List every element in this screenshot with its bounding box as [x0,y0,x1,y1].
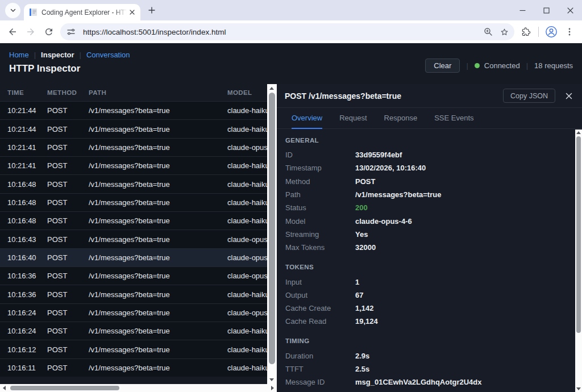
tab-close-icon[interactable] [127,7,137,18]
cell-model: claude-haiku-4-5 [227,290,267,299]
table-horizontal-scrollbar[interactable] [0,384,277,392]
profile-button[interactable] [542,23,560,41]
cell-path: /v1/messages?beta=true [89,125,227,134]
profile-avatar-icon [545,26,558,38]
url-text[interactable]: https://localhost:5001/inspector/index.h… [83,28,480,36]
connection-status-label: Connected [484,61,520,70]
forward-button[interactable] [22,23,40,41]
detail-label: ID [285,151,355,159]
browser-toolbar: https://localhost:5001/inspector/index.h… [0,20,582,43]
status-separator: | [526,61,528,70]
request-table-header: TIME METHOD PATH MODEL [0,84,267,101]
panel-scrollbar-thumb[interactable] [576,136,581,333]
page-favicon-icon [29,8,38,16]
detail-label: Input [285,278,355,286]
back-button[interactable] [3,23,22,41]
cell-method: POST [47,235,89,244]
panel-tabs: OverviewRequestResponseSSE Events [277,108,582,129]
table-row[interactable]: 10:16:48 POST /v1/messages?beta=true cla… [0,174,267,193]
extensions-button[interactable] [517,23,535,41]
cell-model: claude-haiku-4-5 [227,327,267,335]
panel-tab[interactable]: Request [339,108,367,129]
scroll-down-arrow-icon[interactable] [269,378,274,381]
table-row[interactable]: 10:16:11 POST /v1/messages?beta=true cla… [0,358,267,377]
detail-section: TIMING Duration 2.9s TTFT 2.5s Message I… [285,335,565,389]
bookmark-button[interactable] [496,24,512,40]
breadcrumb-inspector-current: Inspector [41,51,74,59]
window-minimize-button[interactable] [510,0,534,20]
cell-model: claude-haiku-4-5 [227,125,267,134]
scroll-right-arrow-icon[interactable] [271,386,274,390]
cell-path: /v1/messages?beta=true [89,364,227,372]
vertical-scrollbar-thumb[interactable] [269,93,275,364]
cell-time: 10:16:36 [7,272,47,280]
panel-tab[interactable]: Response [384,108,418,129]
table-row[interactable]: 10:21:44 POST /v1/messages?beta=true cla… [0,119,267,137]
puzzle-icon [521,27,531,37]
scroll-up-arrow-icon[interactable] [576,131,581,134]
cell-path: /v1/messages?beta=true [89,180,227,189]
detail-label: Method [285,177,355,186]
scroll-down-arrow-icon[interactable] [576,387,581,390]
scroll-up-arrow-icon[interactable] [269,87,274,90]
detail-row: Model claude-opus-4-6 [285,214,565,227]
table-row[interactable]: 10:16:36 POST /v1/messages?beta=true cla… [0,266,267,285]
detail-row: Status 200 [285,201,565,214]
site-settings-icon [66,27,76,36]
cell-path: /v1/messages?beta=true [89,253,227,262]
table-vertical-scrollbar[interactable] [267,84,277,384]
clear-button[interactable]: Clear [425,59,460,73]
table-row[interactable]: 10:16:40 POST /v1/messages?beta=true cla… [0,248,267,266]
horizontal-scrollbar-thumb[interactable] [10,386,119,390]
breadcrumb-home-link[interactable]: Home [9,51,29,59]
panel-close-button[interactable] [563,90,575,102]
breadcrumb-separator: | [80,51,81,59]
panel-tab[interactable]: Overview [292,108,322,129]
table-row[interactable]: 10:16:48 POST /v1/messages?beta=true cla… [0,211,267,230]
cell-model: claude-opus-4-6 [227,143,267,152]
new-tab-button[interactable] [144,3,159,18]
cell-time: 10:16:43 [7,235,47,244]
table-row[interactable]: 10:21:44 POST /v1/messages?beta=true cla… [0,101,267,119]
cell-model: claude-opus-4-6 [227,272,267,280]
detail-section: TOKENS Input 1 Output 67 Cache Create 1,… [285,260,565,328]
panel-sections: GENERAL ID 33d9559f4ebf Timestamp 13/02/… [277,129,582,392]
window-maximize-button[interactable] [534,0,558,20]
copy-json-button[interactable]: Copy JSON [503,89,555,103]
table-row[interactable]: 10:21:41 POST /v1/messages?beta=true cla… [0,138,267,156]
detail-value: 1 [355,278,565,286]
address-bar[interactable]: https://localhost:5001/inspector/index.h… [60,23,514,40]
cell-path: /v1/messages?beta=true [89,198,227,207]
site-info-button[interactable] [63,24,79,40]
detail-value: 1,142 [355,304,565,312]
table-row[interactable]: 10:16:12 POST /v1/messages?beta=true cla… [0,340,267,358]
scroll-left-arrow-icon[interactable] [3,386,6,390]
table-row[interactable]: 10:16:36 POST /v1/messages?beta=true cla… [0,285,267,303]
detail-section: GENERAL ID 33d9559f4ebf Timestamp 13/02/… [285,134,565,254]
panel-vertical-scrollbar[interactable] [575,130,582,392]
cell-method: POST [47,216,89,225]
tab-search-button[interactable] [5,3,20,18]
table-row[interactable]: 10:16:24 POST /v1/messages?beta=true cla… [0,303,267,322]
cell-time: 10:21:44 [7,106,47,115]
table-row[interactable]: 10:16:43 POST /v1/messages?beta=true cla… [0,230,267,248]
browser-tab[interactable]: Coding Agent Explorer - HTTP Inspector [24,4,140,20]
zoom-button[interactable] [480,24,496,40]
table-row[interactable]: 10:21:41 POST /v1/messages?beta=true cla… [0,156,267,174]
table-row[interactable]: 10:16:24 POST /v1/messages?beta=true cla… [0,322,267,340]
cell-time: 10:16:24 [7,327,47,335]
cell-model: claude-opus-4-6 [227,308,267,317]
detail-row: TTFT 2.5s [285,362,565,376]
section-heading: GENERAL [285,134,565,147]
browser-window: Coding Agent Explorer - HTTP Inspector [0,0,582,392]
cell-path: /v1/messages?beta=true [89,272,227,280]
panel-tab[interactable]: SSE Events [434,108,473,129]
table-row[interactable]: 10:16:48 POST /v1/messages?beta=true cla… [0,193,267,211]
browser-menu-button[interactable] [560,23,579,41]
breadcrumb-conversation-link[interactable]: Conversation [86,51,130,59]
window-close-button[interactable] [558,0,582,20]
maximize-icon [543,7,550,14]
reload-button[interactable] [40,23,58,41]
cell-method: POST [47,125,89,134]
detail-row: Max Tokens 32000 [285,241,565,254]
